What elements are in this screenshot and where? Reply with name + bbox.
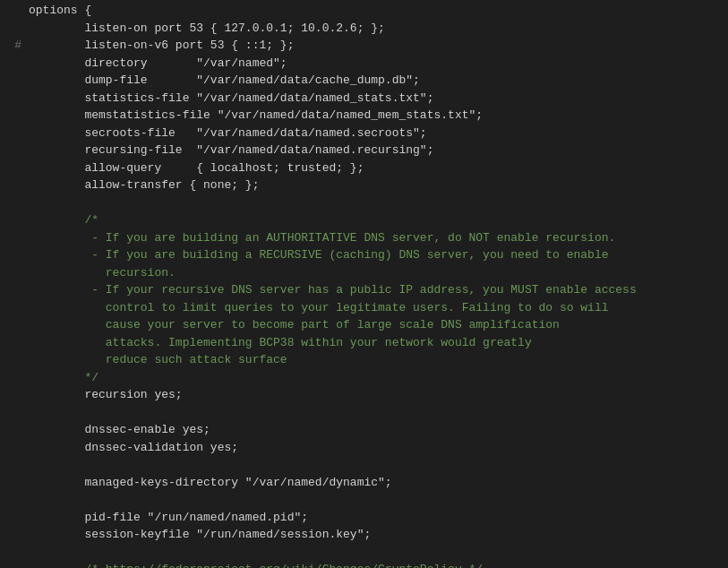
line-number (7, 316, 21, 334)
line-number (7, 369, 21, 387)
code-line: cause your server to become part of larg… (0, 316, 728, 334)
line-number (7, 90, 21, 108)
line-content: - If you are building a RECURSIVE (cachi… (29, 246, 609, 264)
line-number (7, 125, 21, 142)
code-line (0, 491, 728, 509)
line-number (7, 264, 21, 282)
line-number (7, 246, 21, 264)
code-line: recursing-file "/var/named/data/named.re… (0, 142, 728, 159)
line-content: dnssec-enable yes; (29, 421, 210, 439)
code-line: recursion. (0, 264, 728, 282)
line-number (7, 351, 21, 369)
line-number (7, 2, 21, 20)
code-line: - If you are building an AUTHORITATIVE D… (0, 229, 728, 247)
line-number (7, 281, 21, 299)
code-line (0, 404, 728, 422)
code-line: reduce such attack surface (0, 351, 728, 369)
line-content: - If you are building an AUTHORITATIVE D… (29, 229, 615, 247)
line-number (7, 561, 21, 568)
line-content: */ (29, 369, 98, 387)
line-number (7, 176, 21, 194)
line-number (7, 194, 21, 212)
code-line: # listen-on-v6 port 53 { ::1; }; (0, 37, 728, 55)
code-line: session-keyfile "/run/named/session.key"… (0, 526, 728, 544)
line-number (7, 544, 21, 562)
line-content: recursing-file "/var/named/data/named.re… (29, 142, 433, 159)
code-line: listen-on port 53 { 127.0.0.1; 10.0.2.6;… (0, 20, 728, 38)
line-content: options { (29, 2, 91, 20)
line-content: statistics-file "/var/named/data/named_s… (29, 90, 433, 108)
code-line: managed-keys-directory "/var/named/dynam… (0, 474, 728, 492)
code-line (0, 544, 728, 562)
code-line: attacks. Implementing BCP38 within your … (0, 334, 728, 352)
code-line: control to limit queries to your legitim… (0, 299, 728, 317)
code-line: /* (0, 211, 728, 229)
line-number (7, 456, 21, 474)
line-content: /* (29, 211, 98, 229)
line-number (7, 72, 21, 90)
line-content: memstatistics-file "/var/named/data/name… (29, 107, 483, 125)
line-number (7, 159, 21, 177)
line-content: - If your recursive DNS server has a pub… (29, 281, 637, 299)
code-line: directory "/var/named"; (0, 55, 728, 73)
code-line: allow-query { localhost; trusted; }; (0, 159, 728, 177)
line-number (7, 229, 21, 247)
line-content: reduce such attack surface (29, 351, 287, 369)
code-line: */ (0, 369, 728, 387)
line-content: control to limit queries to your legitim… (29, 299, 609, 317)
line-content: /* https://fedoraproject.org/wiki/Change… (29, 561, 483, 568)
line-number (7, 299, 21, 317)
line-content: directory "/var/named"; (29, 55, 287, 73)
code-line: /* https://fedoraproject.org/wiki/Change… (0, 561, 728, 568)
line-content: secroots-file "/var/named/data/named.sec… (29, 125, 427, 142)
line-content: attacks. Implementing BCP38 within your … (29, 334, 532, 352)
code-line: dump-file "/var/named/data/cache_dump.db… (0, 72, 728, 90)
line-number: # (7, 37, 21, 55)
code-line: secroots-file "/var/named/data/named.sec… (0, 125, 728, 142)
line-number (7, 404, 21, 422)
line-number (7, 491, 21, 509)
code-line: pid-file "/run/named/named.pid"; (0, 509, 728, 527)
line-number (7, 386, 21, 404)
line-content: allow-transfer { none; }; (29, 176, 259, 194)
line-number (7, 55, 21, 73)
line-number (7, 421, 21, 439)
line-content: allow-query { localhost; trusted; }; (29, 159, 364, 177)
code-line: - If your recursive DNS server has a pub… (0, 281, 728, 299)
line-content: managed-keys-directory "/var/named/dynam… (29, 474, 392, 492)
code-line: options { (0, 2, 728, 20)
code-line: allow-transfer { none; }; (0, 176, 728, 194)
line-number (7, 142, 21, 159)
line-content: recursion. (29, 264, 176, 282)
line-number (7, 474, 21, 492)
code-line (0, 194, 728, 212)
line-content: recursion yes; (29, 386, 183, 404)
line-number (7, 20, 21, 38)
line-content: listen-on port 53 { 127.0.0.1; 10.0.2.6;… (29, 20, 385, 38)
line-content: listen-on-v6 port 53 { ::1; }; (29, 37, 294, 55)
code-line: statistics-file "/var/named/data/named_s… (0, 90, 728, 108)
line-number (7, 334, 21, 352)
code-editor: options { listen-on port 53 { 127.0.0.1;… (0, 0, 728, 568)
line-number (7, 107, 21, 125)
line-content: session-keyfile "/run/named/session.key"… (29, 526, 371, 544)
line-content: cause your server to become part of larg… (29, 316, 560, 334)
code-line: dnssec-validation yes; (0, 439, 728, 457)
line-content: pid-file "/run/named/named.pid"; (29, 509, 308, 527)
line-number (7, 509, 21, 527)
code-line: recursion yes; (0, 386, 728, 404)
code-line: dnssec-enable yes; (0, 421, 728, 439)
line-number (7, 439, 21, 457)
line-number (7, 526, 21, 544)
line-content: dump-file "/var/named/data/cache_dump.db… (29, 72, 420, 90)
line-content: dnssec-validation yes; (29, 439, 238, 457)
line-number (7, 211, 21, 229)
code-line: memstatistics-file "/var/named/data/name… (0, 107, 728, 125)
code-line (0, 456, 728, 474)
code-line: - If you are building a RECURSIVE (cachi… (0, 246, 728, 264)
